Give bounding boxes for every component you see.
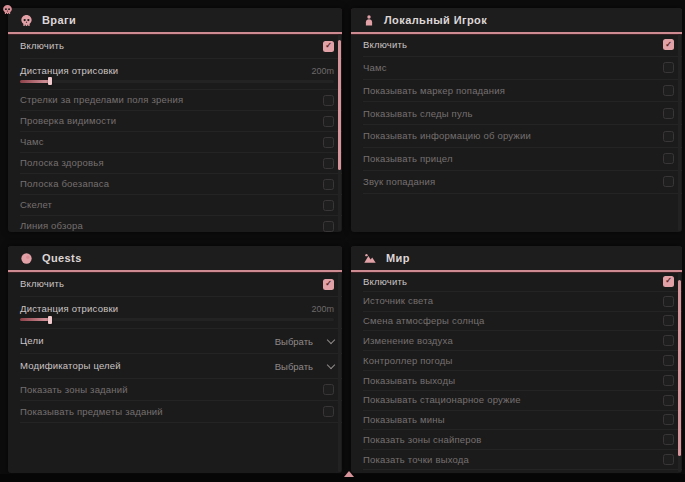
row-label: Включить (20, 279, 64, 289)
dropdown[interactable]: Выбрать (275, 336, 334, 347)
panel-title: Quests (42, 252, 82, 264)
check-icon: ✓ (325, 42, 332, 50)
checkbox[interactable]: ✓ (663, 276, 674, 287)
checkbox[interactable] (663, 62, 674, 73)
dropdown[interactable]: Выбрать (275, 361, 334, 372)
settings-row: Включить✓ (20, 34, 342, 59)
checkbox[interactable] (663, 355, 674, 366)
checkbox[interactable]: ✓ (663, 39, 674, 50)
row-label: Полоска боезапаса (20, 179, 109, 189)
panel-quests: Quests Включить✓Дистанция отрисовки200mЦ… (8, 246, 342, 473)
checkbox[interactable] (663, 85, 674, 96)
settings-row: Включить✓ (20, 272, 342, 297)
row-label: Скелет (20, 200, 52, 210)
row-label: Линия обзора (20, 221, 83, 231)
panel-body: Включить✓Источник светаСмена атмосферы с… (351, 272, 682, 473)
slider-handle[interactable] (48, 77, 52, 85)
checkbox[interactable] (663, 335, 674, 346)
checkbox[interactable] (663, 434, 674, 445)
checkbox[interactable]: ✓ (323, 41, 334, 52)
row-label: Чамс (20, 137, 44, 147)
settings-row: Чамс (20, 132, 342, 153)
settings-row: Проверка видимости (20, 111, 342, 132)
checkbox[interactable] (663, 414, 674, 425)
check-icon: ✓ (665, 41, 672, 49)
row-label: Включить (363, 277, 407, 287)
panel-body: Включить✓Дистанция отрисовки200mСтрелки … (8, 34, 342, 232)
settings-row: Полоска боезапаса (20, 174, 342, 195)
row-label: Чамс (363, 63, 387, 73)
checkbox[interactable] (663, 176, 674, 187)
slider-handle[interactable] (48, 316, 52, 324)
settings-row: Модификаторы целейВыбрать (20, 354, 342, 379)
row-label: Модификаторы целей (20, 361, 121, 371)
scrollbar-thumb[interactable] (338, 40, 341, 170)
checkbox[interactable] (663, 375, 674, 386)
panel-header[interactable]: Quests (8, 246, 342, 272)
panel-body: Включить✓ЧамсПоказывать маркер попадания… (351, 34, 682, 232)
settings-row: Чамс (363, 57, 682, 80)
row-label: Показывать информацию об оружии (363, 131, 531, 141)
settings-row: Показывать информацию об оружии (363, 125, 682, 148)
checkbox[interactable] (323, 221, 334, 232)
row-label: Проверка видимости (20, 116, 116, 126)
slider-track[interactable] (20, 318, 334, 321)
checkbox[interactable] (323, 200, 334, 211)
quest-icon (20, 252, 33, 265)
dropdown-value: Выбрать (275, 336, 313, 347)
settings-row: Включить✓ (363, 34, 682, 57)
checkbox[interactable] (663, 296, 674, 307)
panel-header[interactable]: Мир (351, 246, 682, 272)
settings-row: Показывать прицел (363, 148, 682, 171)
checkbox[interactable] (323, 384, 334, 395)
row-label: Включить (20, 41, 64, 51)
row-label: Звук попадания (363, 177, 435, 187)
check-icon: ✓ (325, 280, 332, 288)
scrollbar-thumb[interactable] (678, 280, 681, 456)
row-label: Показывать прицел (363, 154, 453, 164)
scrollbar[interactable] (338, 34, 341, 231)
row-label: Включить (363, 40, 407, 50)
checkbox[interactable] (323, 158, 334, 169)
row-label: Полоска здоровья (20, 158, 104, 168)
row-label: Показать зоны снайперов (363, 435, 482, 445)
row-label: Источник света (363, 296, 433, 306)
row-label: Контроллер погоды (363, 356, 453, 366)
skull-icon (2, 4, 13, 15)
checkbox[interactable] (663, 153, 674, 164)
checkbox[interactable] (663, 131, 674, 142)
checkbox[interactable] (323, 179, 334, 190)
checkbox[interactable] (663, 108, 674, 119)
checkbox[interactable] (663, 315, 674, 326)
settings-row: Показать зоны заданий (20, 379, 342, 401)
chevron-down-icon (327, 335, 335, 343)
mountain-icon (363, 252, 377, 265)
settings-row: Линия обзора (20, 216, 342, 232)
checkbox[interactable] (663, 395, 674, 406)
person-icon (363, 14, 375, 27)
settings-row: Смена атмосферы солнца (363, 312, 682, 332)
settings-row: Показать точки выхода (363, 450, 682, 470)
row-label: Показывать предметы заданий (20, 407, 163, 417)
checkbox[interactable] (323, 406, 334, 417)
checkbox[interactable] (323, 116, 334, 127)
panel-title: Локальный Игрок (384, 14, 487, 26)
scrollbar[interactable] (678, 34, 681, 231)
settings-row: Изменение воздуха (363, 331, 682, 351)
panel-header[interactable]: Враги (8, 8, 342, 34)
checkbox[interactable] (323, 137, 334, 148)
scrollbar[interactable] (338, 272, 341, 472)
slider-track[interactable] (20, 80, 334, 83)
scrollbar[interactable] (678, 272, 681, 472)
row-label: Показывать следы пуль (363, 109, 473, 119)
checkbox[interactable] (663, 454, 674, 465)
checkbox[interactable]: ✓ (323, 279, 334, 290)
row-label: Показать точки выхода (363, 455, 469, 465)
row-label: Стрелки за пределами поля зрения (20, 95, 183, 105)
resize-grip-icon[interactable] (344, 471, 354, 477)
panel-header[interactable]: Локальный Игрок (351, 8, 682, 34)
row-label: Изменение воздуха (363, 336, 453, 346)
settings-row: Включить✓ (363, 272, 682, 292)
checkbox[interactable] (323, 95, 334, 106)
skull-icon (2, 1, 13, 19)
